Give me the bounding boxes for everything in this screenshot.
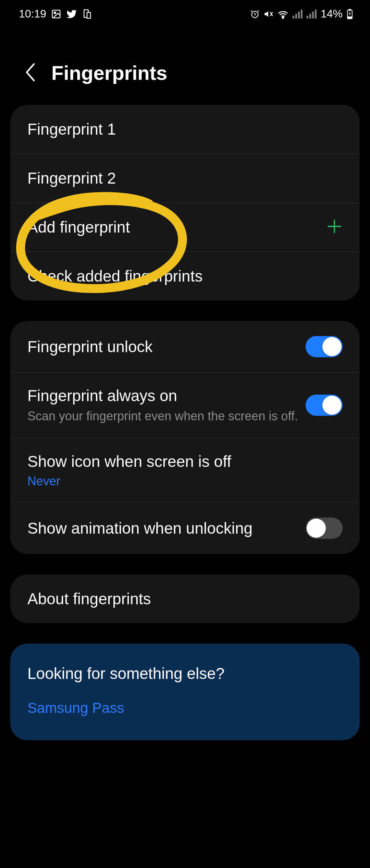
show-icon-row[interactable]: Show icon when screen is off Never: [10, 438, 360, 503]
battery-text: 14%: [321, 8, 343, 20]
add-fingerprint-row[interactable]: Add fingerprint: [10, 203, 360, 252]
svg-rect-3: [87, 12, 90, 18]
fingerprint-settings-card: Fingerprint unlock Fingerprint always on…: [10, 321, 360, 554]
fingerprint-unlock-label: Fingerprint unlock: [27, 337, 306, 356]
check-fingerprints-label: Check added fingerprints: [27, 267, 343, 285]
status-right: 14%: [250, 8, 353, 20]
show-animation-toggle[interactable]: [306, 518, 343, 539]
vibrate-icon: [264, 9, 273, 19]
svg-rect-10: [348, 17, 352, 18]
fingerprint-unlock-row[interactable]: Fingerprint unlock: [10, 321, 360, 373]
about-card: About fingerprints: [10, 574, 360, 623]
gallery-icon: [51, 9, 61, 19]
suggestion-title: Looking for something else?: [27, 664, 343, 683]
page-header: Fingerprints: [0, 24, 370, 105]
status-left: 10:19: [19, 8, 92, 20]
svg-point-1: [54, 12, 56, 13]
twitter-icon: [66, 9, 77, 20]
alarm-icon: [250, 9, 260, 19]
add-fingerprint-label: Add fingerprint: [27, 218, 326, 236]
always-on-subtitle: Scan your fingerprint even when the scre…: [27, 408, 306, 424]
show-animation-row[interactable]: Show animation when unlocking: [10, 503, 360, 554]
always-on-label: Fingerprint always on: [27, 386, 306, 405]
signal-icon-1: [293, 10, 303, 18]
status-bar: 10:19 14%: [0, 0, 370, 24]
samsung-pass-link[interactable]: Samsung Pass: [27, 700, 343, 716]
fingerprint-item-2[interactable]: Fingerprint 2: [10, 154, 360, 203]
about-fingerprints-label: About fingerprints: [27, 590, 343, 608]
fingerprint-list-card: Fingerprint 1 Fingerprint 2 Add fingerpr…: [10, 105, 360, 300]
check-fingerprints-row[interactable]: Check added fingerprints: [10, 252, 360, 300]
show-animation-label: Show animation when unlocking: [27, 519, 306, 537]
fingerprint-item-1[interactable]: Fingerprint 1: [10, 105, 360, 154]
show-icon-value: Never: [27, 474, 343, 488]
fingerprint-unlock-toggle[interactable]: [306, 336, 343, 357]
wifi-icon: [278, 9, 288, 19]
show-icon-label: Show icon when screen is off: [27, 452, 343, 471]
always-on-toggle[interactable]: [306, 395, 343, 416]
page-title: Fingerprints: [51, 61, 167, 84]
device-icon: [82, 9, 92, 19]
fingerprint-2-label: Fingerprint 2: [27, 169, 343, 187]
plus-icon: [326, 218, 343, 236]
fingerprint-1-label: Fingerprint 1: [27, 120, 343, 138]
signal-icon-2: [307, 10, 317, 18]
back-button[interactable]: [24, 62, 38, 84]
svg-point-7: [282, 17, 284, 18]
fingerprint-always-on-row[interactable]: Fingerprint always on Scan your fingerpr…: [10, 373, 360, 438]
svg-rect-9: [349, 9, 350, 10]
battery-icon: [347, 9, 353, 19]
suggestion-card: Looking for something else? Samsung Pass: [10, 644, 360, 740]
about-fingerprints-row[interactable]: About fingerprints: [10, 574, 360, 623]
status-time: 10:19: [19, 8, 46, 20]
